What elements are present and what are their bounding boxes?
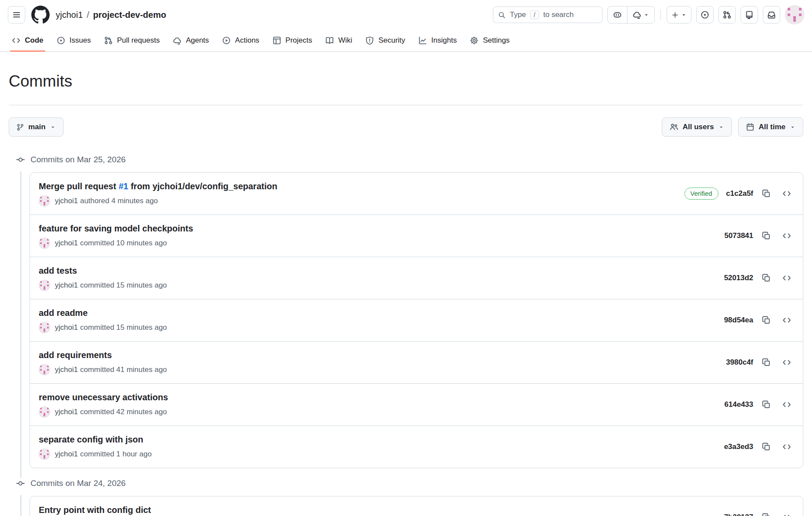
commit-row: add requirements yjchoi1committed 41 min… [30,341,803,383]
copy-sha-button[interactable] [759,228,774,243]
breadcrumb-repo-link[interactable]: project-dev-demo [93,10,166,20]
author-link[interactable]: yjchoi1 [55,197,78,205]
repo-icon [745,10,754,19]
browse-code-button[interactable] [779,228,794,243]
commit-message-link[interactable]: add requirements [39,350,112,360]
repo-header-button[interactable] [741,6,758,23]
commit-message-link[interactable]: add tests [39,266,77,275]
code-icon [782,358,791,367]
commit-meta: yjchoi1committed 15 minutes ago [39,322,724,333]
tab-wiki[interactable]: Wiki [320,30,357,51]
author-link[interactable]: yjchoi1 [55,408,78,416]
copy-sha-button[interactable] [759,313,774,328]
commit-hash-link[interactable]: 614e433 [724,400,753,409]
commit-message-link[interactable]: Merge pull request [39,181,118,191]
commit-hash-link[interactable]: e3a3ed3 [724,442,753,451]
commit-message-link[interactable]: remove unecessary activations [39,392,168,402]
commit-message-link[interactable]: from yjchoi1/dev/config_separation [128,181,277,191]
create-new-button[interactable] [667,6,691,23]
tab-insights[interactable]: Insights [414,30,462,51]
commit-hash-link[interactable]: 3980c4f [726,358,753,367]
commit-message-link[interactable]: add readme [39,308,88,318]
commit-card: Merge pull request #1 from yjchoi1/dev/c… [30,172,803,468]
pull-requests-header-button[interactable] [718,6,736,23]
tab-code[interactable]: Code [7,30,48,51]
tab-actions[interactable]: Actions [217,30,264,51]
git-branch-icon [17,124,24,131]
browse-code-button[interactable] [779,439,794,454]
people-icon [670,123,678,131]
commit-hash-link[interactable]: 5073841 [724,231,753,240]
branch-selector[interactable]: main [9,117,64,137]
author-link[interactable]: yjchoi1 [55,450,78,458]
global-header: yjchoi1 / project-dev-demo Type / to sea… [0,0,812,30]
author-link[interactable]: yjchoi1 [55,239,78,247]
code-icon [782,274,791,282]
browse-code-button[interactable] [779,397,794,412]
commit-hash-link[interactable]: c1c2a5f [726,189,753,198]
copy-sha-button[interactable] [759,439,774,454]
copy-sha-button[interactable] [759,397,774,412]
browse-code-button[interactable] [779,355,794,370]
copy-sha-button[interactable] [759,510,774,516]
author-link[interactable]: yjchoi1 [55,365,78,374]
author-link[interactable]: yjchoi1 [55,281,78,289]
search-placeholder-prefix: Type [510,10,526,19]
breadcrumb-owner-link[interactable]: yjchoi1 [56,10,83,20]
github-logo[interactable] [31,6,50,24]
commit-section: Commits on Mar 25, 2026 Merge pull reque… [9,155,803,468]
inbox-button[interactable] [763,6,780,23]
code-icon [782,400,791,409]
shield-icon [365,36,374,45]
all-users-filter[interactable]: All users [662,117,732,137]
author-link[interactable]: yjchoi1 [55,323,78,332]
tab-agents[interactable]: Agents [168,30,214,51]
author-avatar[interactable] [39,322,50,333]
agents-dropdown-button[interactable] [627,7,654,23]
author-avatar[interactable] [39,280,50,291]
issue-icon [57,36,65,45]
user-avatar[interactable] [785,5,804,24]
copy-sha-button[interactable] [759,186,774,201]
browse-code-button[interactable] [779,186,794,201]
commit-message-link[interactable]: separate config with json [39,435,143,444]
commit-meta-text: committed 10 minutes ago [80,239,167,247]
hamburger-menu-button[interactable] [8,6,25,23]
tab-security[interactable]: Security [361,30,410,51]
tab-projects[interactable]: Projects [268,30,317,51]
browse-code-button[interactable] [779,510,794,516]
tab-settings[interactable]: Settings [465,30,514,51]
code-icon [782,316,791,325]
author-avatar[interactable] [39,449,50,460]
code-icon [782,442,791,451]
author-avatar[interactable] [39,406,50,418]
tab-pull-requests[interactable]: Pull requests [99,30,165,51]
commit-row: add tests yjchoi1committed 15 minutes ag… [30,257,803,299]
all-time-filter[interactable]: All time [738,117,803,137]
commit-hash-link[interactable]: 7b30137 [724,513,753,516]
git-pull-request-icon [723,10,731,19]
author-avatar[interactable] [39,238,50,249]
commit-hash-link[interactable]: 52013d2 [724,274,753,282]
commit-hash-link[interactable]: 98d54ea [724,316,753,325]
search-icon [498,11,505,19]
copilot-button[interactable] [608,7,627,23]
copy-sha-button[interactable] [759,355,774,370]
commit-title: add tests [39,265,724,276]
issues-header-button[interactable] [696,6,714,23]
caret-down-icon [50,124,56,130]
verified-badge[interactable]: Verified [684,188,718,200]
author-avatar[interactable] [39,364,50,375]
avatar-identicon [40,323,48,332]
browse-code-button[interactable] [779,313,794,328]
commit-message-link[interactable]: Entry point with config dict [39,505,151,515]
tab-issues[interactable]: Issues [52,30,96,51]
browse-code-button[interactable] [779,271,794,285]
search-input[interactable]: Type / to search [493,7,603,23]
author-avatar[interactable] [39,195,50,207]
commit-message-link[interactable]: feature for saving model checkpoints [39,224,193,233]
pr-number-link[interactable]: #1 [118,181,128,191]
avatar-identicon [40,281,48,289]
breadcrumb-separator: / [87,10,89,20]
copy-sha-button[interactable] [759,271,774,285]
